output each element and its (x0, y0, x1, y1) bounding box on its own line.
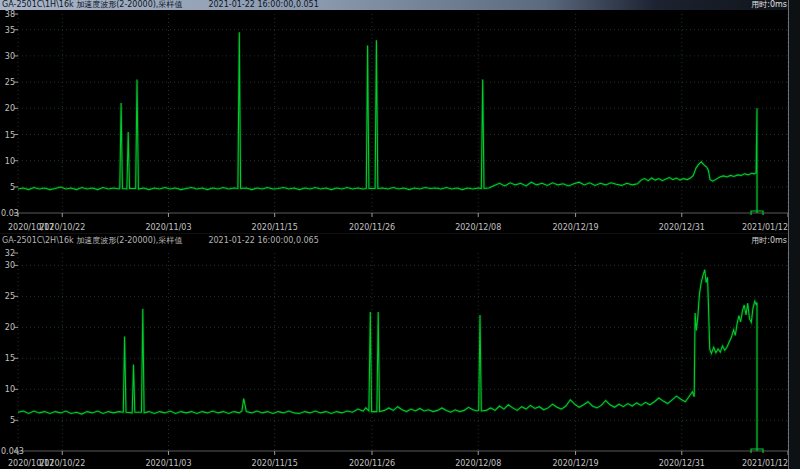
svg-text:2020/11/03: 2020/11/03 (145, 459, 191, 468)
trend-viewer: GA-2501C\1H\16k 加速度波形(2-20000),采样值 2021-… (0, 0, 800, 469)
window-split-border[interactable] (788, 0, 800, 469)
svg-text:2020/11/15: 2020/11/15 (252, 459, 298, 468)
svg-text:20: 20 (5, 104, 15, 113)
svg-text:2020/12/19: 2020/12/19 (553, 223, 599, 232)
svg-text:2021/01/12: 2021/01/12 (742, 459, 788, 468)
svg-text:25: 25 (5, 292, 15, 301)
svg-text:2020/12/19: 2020/12/19 (553, 459, 599, 468)
acceleration-trend-chart-2h[interactable]: 32302520151050.0432020/10/172020/10/2220… (0, 247, 800, 469)
waveform-window-2h: GA-2501C\2H\16k 加速度波形(2-20000),采样值 2021-… (0, 233, 800, 469)
svg-text:2020/12/31: 2020/12/31 (659, 459, 705, 468)
svg-text:2020/11/15: 2020/11/15 (252, 223, 298, 232)
svg-text:2020/10/22: 2020/10/22 (39, 223, 85, 232)
svg-text:2020/11/26: 2020/11/26 (349, 223, 395, 232)
svg-text:5: 5 (10, 416, 15, 425)
svg-text:30: 30 (5, 52, 15, 61)
svg-text:32: 32 (5, 249, 15, 258)
svg-text:2020/11/03: 2020/11/03 (145, 223, 191, 232)
window-titlebar-1h[interactable]: GA-2501C\1H\16k 加速度波形(2-20000),采样值 2021-… (0, 0, 800, 10)
window-titlebar-2h[interactable]: GA-2501C\2H\16k 加速度波形(2-20000),采样值 2021-… (0, 234, 800, 247)
window-title-1h: GA-2501C\1H\16k 加速度波形(2-20000),采样值 (2, 0, 182, 10)
svg-text:38: 38 (5, 10, 15, 19)
cursor-timestamp-1h: 2021-01-22 16:00:00,0.051 (208, 0, 318, 10)
acceleration-trend-chart-1h[interactable]: 3835302520151050.032020/10/172020/10/222… (0, 10, 800, 233)
cursor-timestamp-2h: 2021-01-22 16:00:00,0.065 (208, 234, 318, 247)
elapsed-time-1h: 用时:0ms (751, 0, 787, 10)
svg-text:15: 15 (5, 354, 15, 363)
elapsed-time-2h: 用时:0ms (751, 234, 787, 247)
svg-text:5: 5 (10, 183, 15, 192)
svg-text:10: 10 (5, 385, 15, 394)
svg-text:0.03: 0.03 (1, 209, 19, 218)
svg-text:30: 30 (5, 261, 15, 270)
svg-text:10: 10 (5, 157, 15, 166)
svg-text:2020/12/08: 2020/12/08 (455, 459, 501, 468)
svg-text:2021/01/12: 2021/01/12 (742, 223, 788, 232)
svg-text:35: 35 (5, 26, 15, 35)
waveform-window-1h: GA-2501C\1H\16k 加速度波形(2-20000),采样值 2021-… (0, 0, 800, 233)
window-title-2h: GA-2501C\2H\16k 加速度波形(2-20000),采样值 (2, 234, 182, 247)
svg-text:2020/10/22: 2020/10/22 (39, 459, 85, 468)
svg-text:2020/12/08: 2020/12/08 (455, 223, 501, 232)
svg-text:20: 20 (5, 323, 15, 332)
svg-text:25: 25 (5, 78, 15, 87)
svg-text:15: 15 (5, 131, 15, 140)
svg-text:0.043: 0.043 (1, 447, 24, 456)
svg-text:2020/12/31: 2020/12/31 (659, 223, 705, 232)
svg-text:2020/11/26: 2020/11/26 (349, 459, 395, 468)
